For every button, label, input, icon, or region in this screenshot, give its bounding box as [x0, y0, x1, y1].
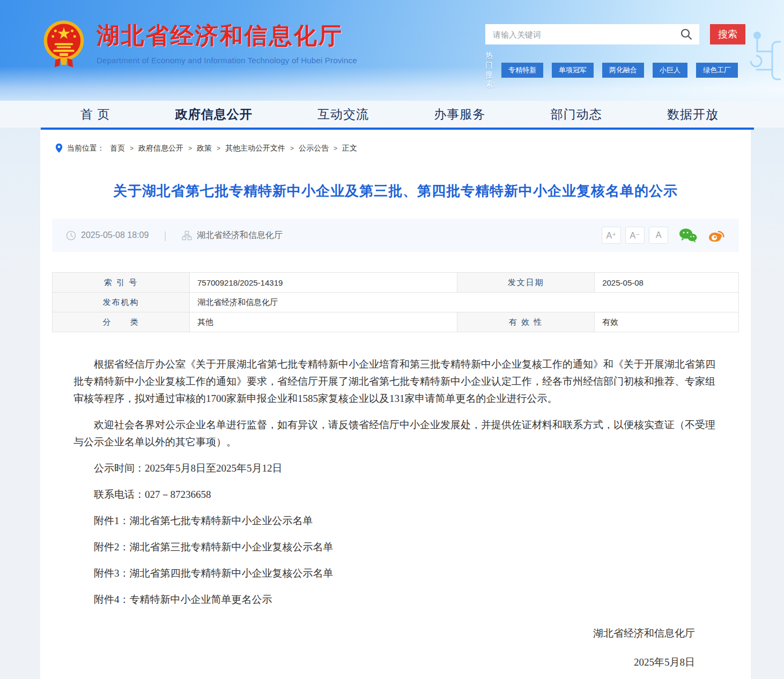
table-row: 分 类 其他 有 效 性 有效: [53, 312, 739, 332]
category-value: 其他: [190, 312, 457, 332]
site-subtitle: Department of Economy and Information Te…: [97, 56, 357, 65]
breadcrumb-separator: >: [334, 145, 337, 152]
page: 湖北省经济和信息化厅 Department of Economy and Inf…: [0, 0, 784, 679]
wechat-share-icon[interactable]: [679, 228, 697, 243]
attachment-link-3[interactable]: 附件3：湖北省第四批专精特新中小企业复核公示名单: [94, 568, 334, 579]
weibo-share-icon[interactable]: [708, 228, 725, 243]
breadcrumb-gov-info[interactable]: 政府信息公开: [138, 144, 183, 153]
breadcrumb-label: 当前位置：: [67, 144, 105, 153]
issue-date-value: 2025-05-08: [595, 273, 739, 293]
hot-search-tag[interactable]: 专精特新: [501, 63, 543, 78]
hot-search-tag[interactable]: 小巨人: [653, 63, 687, 78]
attachment-item: 附件4：专精特新中小企业简单更名公示: [73, 591, 718, 608]
search-area: 搜索 热门搜索: 专精特新 单项冠军 两化融合 小巨人 绿色工厂: [485, 24, 745, 89]
attachment-item: 附件2：湖北省第三批专精特新中小企业复核公示名单: [73, 539, 718, 556]
article-source: 湖北省经济和信息化厅: [197, 230, 283, 241]
site-title-block: 湖北省经济和信息化厅 Department of Economy and Inf…: [97, 19, 357, 65]
publish-time: 2025-05-08 18:09: [81, 230, 149, 240]
main-navigation: 首 页 政府信息公开 互动交流 办事服务 部门动态 数据开放: [0, 101, 784, 128]
hot-search-tag[interactable]: 两化融合: [602, 63, 644, 78]
nav-item-services[interactable]: 办事服务: [434, 106, 485, 123]
nav-item-interaction[interactable]: 互动交流: [317, 106, 369, 123]
signature-block: 湖北省经济和信息化厅 2025年5月8日: [40, 626, 695, 669]
hot-search-tag[interactable]: 绿色工厂: [696, 63, 738, 78]
document-info-table: 索 引 号 757009218/2025-14319 发文日期 2025-05-…: [52, 272, 739, 332]
publisher-label: 发布机构: [53, 293, 190, 312]
table-row: 索 引 号 757009218/2025-14319 发文日期 2025-05-…: [53, 273, 739, 293]
site-logo: 湖北省经济和信息化厅 Department of Economy and Inf…: [43, 19, 357, 70]
index-number-label: 索 引 号: [53, 273, 190, 293]
nav-item-open-data[interactable]: 数据开放: [667, 106, 719, 123]
content-card: 当前位置： 首页 > 政府信息公开 > 政策 > 其他主动公开文件 > 公示公告…: [40, 130, 751, 679]
attachment-item: 附件3：湖北省第四批专精特新中小企业复核公示名单: [73, 565, 718, 582]
validity-label: 有 效 性: [457, 312, 595, 332]
signature-date: 2025年5月8日: [40, 655, 695, 669]
table-row: 发布机构 湖北省经济和信息化厅: [53, 293, 739, 312]
breadcrumb-policy[interactable]: 政策: [197, 144, 212, 153]
signature-org: 湖北省经济和信息化厅: [40, 626, 695, 640]
source-org-icon: [182, 230, 192, 241]
meta-divider: ｜: [160, 229, 170, 242]
publisher-value: 湖北省经济和信息化厅: [190, 293, 739, 312]
article-body: 根据省经信厅办公室《关于开展湖北省第七批专精特新中小企业培育和第三批专精特新中小…: [73, 356, 718, 608]
nav-item-dept-news[interactable]: 部门动态: [551, 106, 602, 123]
breadcrumb-other-docs[interactable]: 其他主动公开文件: [225, 144, 285, 153]
breadcrumb-announcements[interactable]: 公示公告: [299, 144, 329, 153]
attachment-item: 附件1：湖北省第七批专精特新中小企业公示名单: [73, 512, 718, 529]
breadcrumb-current: 正文: [342, 144, 357, 153]
article-meta-bar: 2025-05-08 18:09 ｜ 湖北省经济和信息化厅 A⁺ A⁻ A: [52, 219, 739, 252]
breadcrumb-separator: >: [130, 145, 134, 152]
font-larger-button[interactable]: A⁺: [602, 227, 621, 244]
body-paragraph: 根据省经信厅办公室《关于开展湖北省第七批专精特新中小企业培育和第三批专精特新中小…: [73, 356, 718, 407]
contact-phone: 联系电话：027－87236658: [73, 486, 718, 503]
search-input[interactable]: [485, 24, 699, 44]
attachment-link-1[interactable]: 附件1：湖北省第七批专精特新中小企业公示名单: [94, 515, 313, 526]
breadcrumb-home[interactable]: 首页: [110, 144, 125, 153]
body-paragraph: 欢迎社会各界对公示企业名单进行监督，如有异议，请反馈省经信厅中小企业发展处，并提…: [73, 416, 718, 451]
breadcrumb-separator: >: [217, 145, 220, 152]
location-pin-icon: [55, 143, 63, 153]
top-banner: 湖北省经济和信息化厅 Department of Economy and Inf…: [0, 0, 784, 101]
page-title: 关于湖北省第七批专精特新中小企业及第三批、第四批专精特新中小企业复核名单的公示: [78, 180, 713, 202]
clock-icon: [66, 230, 76, 241]
breadcrumb-separator: >: [290, 145, 294, 152]
font-reset-button[interactable]: A: [649, 227, 668, 244]
hot-search-row: 热门搜索: 专精特新 单项冠军 两化融合 小巨人 绿色工厂: [485, 51, 745, 89]
hot-search-label: 热门搜索:: [485, 51, 495, 89]
breadcrumb-separator: >: [188, 145, 192, 152]
site-title: 湖北省经济和信息化厅: [97, 19, 357, 51]
national-emblem-icon: [43, 19, 85, 70]
breadcrumb: 当前位置： 首页 > 政府信息公开 > 政策 > 其他主动公开文件 > 公示公告…: [40, 130, 751, 165]
font-smaller-button[interactable]: A⁻: [625, 227, 645, 244]
search-icon[interactable]: [680, 28, 693, 41]
issue-date-label: 发文日期: [457, 273, 595, 293]
attachment-link-2[interactable]: 附件2：湖北省第三批专精特新中小企业复核公示名单: [94, 541, 334, 553]
publicity-period: 公示时间：2025年5月8日至2025年5月12日: [73, 460, 718, 477]
category-label: 分 类: [53, 312, 190, 332]
nav-item-home[interactable]: 首 页: [80, 106, 110, 123]
nav-item-gov-info[interactable]: 政府信息公开: [175, 106, 253, 123]
attachment-link-4[interactable]: 附件4：专精特新中小企业简单更名公示: [94, 594, 272, 605]
validity-value: 有效: [595, 312, 739, 332]
hot-search-tag[interactable]: 单项冠军: [552, 63, 594, 78]
circuit-decoration-icon: [748, 28, 781, 101]
index-number-value: 757009218/2025-14319: [190, 273, 457, 293]
search-button[interactable]: 搜索: [710, 24, 745, 44]
